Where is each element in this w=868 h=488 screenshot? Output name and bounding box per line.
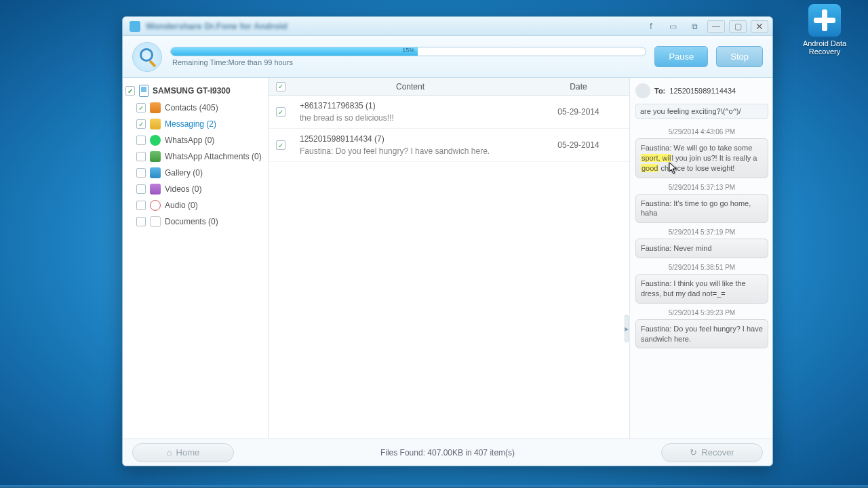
row-date: 05-29-2014 [528,140,629,150]
message-timestamp: 5/29/2014 5:37:19 PM [635,228,768,236]
desktop-shortcut-label-2: Recovery [797,47,852,56]
table-row[interactable]: 1252015989114434 (7)Faustina: Do you fee… [269,129,629,162]
checkbox[interactable] [136,152,146,161]
taskbar[interactable] [0,485,868,488]
recover-button[interactable]: ↻ Recover [661,443,763,462]
minimize-button[interactable]: — [707,20,725,33]
avatar [635,83,650,98]
sidebar-item-label: Contacts (405) [165,103,218,113]
sidebar-item-video[interactable]: Videos (0) [125,181,265,197]
sidebar-item-label: WhatsApp (0) [165,136,214,145]
checkbox[interactable] [136,136,146,145]
device-root[interactable]: SAMSUNG GT-I9300 [125,82,265,100]
app-window: Wondershare Dr.Fone for Android f ▭ ⧉ — … [122,16,773,466]
message-timestamp: 5/29/2014 5:38:51 PM [635,264,768,271]
to-number: 1252015989114434 [669,87,736,95]
message-bubble: Faustina: I think you will like the dres… [635,274,768,304]
home-icon: ⌂ [167,447,172,458]
sidebar-item-contacts[interactable]: Contacts (405) [125,100,265,116]
progress-percent: 15% [402,47,414,54]
sidebar-item-label: Audio (0) [165,201,198,210]
audio-icon [150,200,161,211]
content-grid: Content Date +8613711796835 (1)the bread… [269,78,630,439]
video-icon [150,184,161,195]
doc-icon [150,216,161,227]
progress-bar: 15% [170,47,646,56]
home-button[interactable]: ⌂ Home [132,443,234,462]
pane-splitter[interactable]: ▶ [625,315,629,342]
row-title: 1252015989114434 (7) [300,134,521,144]
share-icon[interactable]: ⧉ [686,20,703,33]
table-row[interactable]: +8613711796835 (1)the bread is so delici… [269,96,629,129]
row-title: +8613711796835 (1) [300,101,521,110]
maximize-button[interactable]: ▢ [729,20,747,33]
select-all-checkbox[interactable] [276,82,285,92]
stop-button[interactable]: Stop [716,46,763,67]
pause-button[interactable]: Pause [654,46,708,67]
row-preview: Faustina: Do you feel hungry? I have san… [300,146,521,156]
message-bubble: Faustina: It's time to go go home, haha [635,194,768,224]
checkbox[interactable] [136,119,146,129]
footer: ⌂ Home Files Found: 407.00KB in 407 item… [123,439,772,466]
sidebar-item-audio[interactable]: Audio (0) [125,197,265,214]
message-bubble: Faustina: Do you feel hungry? I have san… [635,319,768,349]
checkbox[interactable] [136,184,146,194]
contacts-icon [150,102,161,113]
checkbox[interactable] [136,217,146,226]
sidebar: SAMSUNG GT-I9300 Contacts (405)Messaging… [123,78,269,439]
msg-icon [150,119,161,129]
desktop-shortcut-label: Android Data [797,39,852,47]
wa-icon [150,135,161,146]
status-text: Files Found: 407.00KB in 407 item(s) [234,448,661,458]
desktop-shortcut-android-recovery[interactable]: Android Data Recovery [797,4,852,56]
phone-icon [139,85,149,97]
row-preview: the bread is so delicious!!! [300,113,521,123]
sidebar-item-label: WhatsApp Attachments (0) [165,152,262,161]
row-date: 05-29-2014 [528,107,629,117]
column-header-date[interactable]: Date [528,82,629,92]
device-name: SAMSUNG GT-I9300 [153,86,231,96]
app-icon [130,21,140,32]
sidebar-item-label: Videos (0) [165,184,201,194]
remaining-time: Remaining Time:More than 99 hours [170,58,646,66]
checkbox[interactable] [136,103,146,113]
sidebar-item-gallery[interactable]: Gallery (0) [125,165,265,181]
cursor-icon [669,162,679,176]
message-bubble: Faustina: We will go to take some sport,… [635,138,768,178]
checkbox[interactable] [276,140,285,150]
scan-bar: 15% Remaining Time:More than 99 hours Pa… [123,36,772,78]
facebook-icon[interactable]: f [642,20,660,33]
scan-icon [132,42,162,72]
sidebar-item-label: Documents (0) [165,217,218,226]
sidebar-item-doc[interactable]: Documents (0) [125,214,265,230]
message-timestamp: 5/29/2014 5:39:23 PM [635,309,768,317]
sidebar-item-waatt[interactable]: WhatsApp Attachments (0) [125,148,265,165]
checkbox[interactable] [276,107,285,117]
gallery-icon [150,167,161,178]
message-bubble: Faustina: Never mind [635,239,768,258]
checkbox[interactable] [136,201,146,210]
preview-pane: To: 1252015989114434 are you feeling exc… [630,78,772,439]
waatt-icon [150,151,161,162]
close-button[interactable]: ✕ [751,20,768,33]
message-timestamp: 5/29/2014 4:43:06 PM [635,128,768,136]
plus-icon [808,4,841,37]
feedback-icon[interactable]: ▭ [664,20,682,33]
to-label: To: [654,87,665,95]
message-bubble: are you feeling exciting?\(^o^)/ [635,104,768,119]
message-timestamp: 5/29/2014 5:37:13 PM [635,184,768,191]
checkbox[interactable] [125,86,135,96]
sidebar-item-wa[interactable]: WhatsApp (0) [125,132,265,148]
checkbox[interactable] [136,168,146,178]
sidebar-item-msg[interactable]: Messaging (2) [125,116,265,132]
column-header-content[interactable]: Content [293,82,528,92]
recover-icon: ↻ [690,447,697,458]
sidebar-item-label: Messaging (2) [165,119,216,129]
sidebar-item-label: Gallery (0) [165,168,203,178]
titlebar[interactable]: Wondershare Dr.Fone for Android f ▭ ⧉ — … [123,17,772,36]
app-title: Wondershare Dr.Fone for Android [146,21,288,31]
